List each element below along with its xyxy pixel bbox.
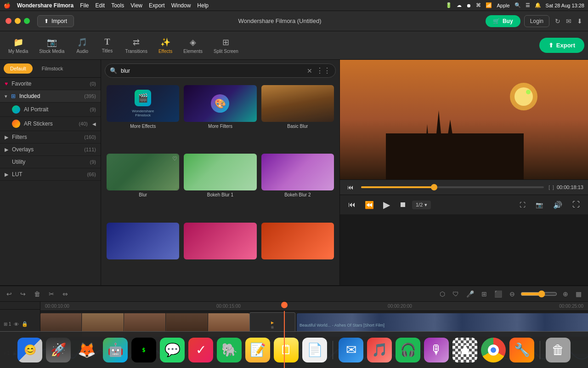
sidebar-item-favorite[interactable]: ♥ Favorite (0) [0, 78, 101, 90]
menu-window[interactable]: Window [171, 2, 191, 9]
plus-button[interactable]: ⊕ [561, 289, 570, 299]
import-button[interactable]: ⬆ Import [37, 15, 74, 27]
dock-whatsapp[interactable]: 💬 [160, 338, 185, 362]
dock-tasks[interactable]: ✓ [188, 338, 213, 362]
adjust-button[interactable]: ⇔ [61, 289, 70, 299]
minus-button[interactable]: ⊖ [508, 289, 517, 299]
dock-terminal[interactable]: $ [131, 338, 156, 362]
download-icon[interactable]: ⬇ [577, 17, 582, 25]
toolbar-transitions[interactable]: ⇄ Transitions [120, 34, 152, 57]
effect-misc-2[interactable] [182, 221, 258, 283]
dock-chrome[interactable] [481, 338, 506, 362]
menu-file[interactable]: File [80, 2, 89, 9]
menu-help[interactable]: Help [197, 2, 209, 9]
dock-stickies[interactable]: 🗒 [274, 338, 299, 362]
sidebar-item-included[interactable]: ▾ ⊞ Included (395) [0, 90, 101, 103]
sidebar-item-ai-portrait[interactable]: AI Portrait (9) [0, 103, 101, 117]
toolbar-elements[interactable]: ◈ Elements [179, 34, 207, 57]
sidebar-item-lut[interactable]: ▶ LUT (66) [0, 168, 101, 181]
dock-new-document[interactable]: 📄 [302, 338, 327, 362]
tab-filmstock[interactable]: Filmstock [35, 63, 69, 74]
dock-mail[interactable]: ✉ [339, 338, 363, 362]
login-button[interactable]: Login [524, 15, 549, 27]
progress-bar[interactable] [361, 186, 544, 188]
menubar-notification[interactable]: 🔔 [535, 2, 541, 8]
toolbar-my-media[interactable]: 📁 My Media [4, 34, 33, 57]
dock-toolbox[interactable]: 🔧 [509, 338, 534, 362]
effect-basic-blur[interactable]: Basic Blur [260, 83, 336, 151]
effect-misc-3[interactable] [260, 221, 336, 283]
dock-chess[interactable]: ♟ [452, 338, 477, 362]
effect-bokeh-blur-1[interactable]: Bokeh Blur 1 [182, 152, 258, 219]
minimize-button[interactable] [15, 18, 21, 24]
menu-view[interactable]: View [130, 2, 142, 9]
grid-view-button[interactable]: ▦ [574, 289, 583, 299]
refresh-icon[interactable]: ↻ [555, 17, 560, 25]
search-input[interactable] [121, 68, 303, 74]
search-clear-icon[interactable]: ✕ [307, 67, 312, 75]
timeline-playhead[interactable] [284, 311, 285, 368]
menu-export[interactable]: Export [149, 2, 165, 9]
dock-firefox[interactable]: 🦊 [74, 338, 99, 362]
sidebar-item-utility[interactable]: Utility (9) [0, 156, 101, 168]
menubar-controlcenter[interactable]: ☰ [526, 2, 530, 8]
cut-button[interactable]: ✂ [47, 289, 56, 299]
settings-button[interactable]: ⛶ [569, 199, 583, 210]
menubar-search[interactable]: 🔍 [514, 2, 521, 8]
dock-finder[interactable]: 😊 [17, 338, 42, 362]
dock-launchpad[interactable]: 🚀 [46, 338, 71, 362]
redo-button[interactable]: ↪ [18, 289, 28, 299]
effect-misc-1[interactable] [105, 221, 181, 283]
toolbar-effects[interactable]: ✨ Effects [154, 34, 177, 57]
dock-music[interactable]: 🎵 [367, 338, 392, 362]
dock-evernote[interactable]: 🐘 [217, 338, 242, 362]
search-options-icon[interactable]: ⋮⋮ [316, 66, 331, 75]
export-button[interactable]: ⬆ Export [539, 38, 584, 53]
tab-default[interactable]: Default [4, 63, 33, 74]
snap-button[interactable]: ⊞ [480, 289, 489, 299]
sidebar-item-ar-stickers[interactable]: AR Stickers (40) ◀ [0, 117, 101, 131]
sidebar-item-overlays[interactable]: ▶ Overlays (111) [0, 144, 101, 156]
menu-tools[interactable]: Tools [111, 2, 124, 9]
effect-bokeh-blur-2[interactable]: Bokeh Blur 2 [260, 152, 336, 219]
zoom-slider[interactable] [520, 290, 557, 298]
dock-spotify[interactable]: 🎧 [396, 338, 420, 362]
shield-button[interactable]: 🛡 [451, 289, 461, 299]
dock-android-studio[interactable]: 🤖 [103, 338, 128, 362]
buy-button[interactable]: 🛒 Buy [486, 15, 520, 27]
fullscreen-button[interactable]: ⛶ [516, 200, 529, 210]
dock-podcasts[interactable]: 🎙 [424, 338, 449, 362]
effect-more-effects[interactable]: 🎬 WondershareFilmstock More Effects [105, 83, 181, 151]
effect-more-filters[interactable]: 🎨 More Filters [182, 83, 258, 151]
clone-button[interactable]: ⬛ [492, 289, 504, 299]
play-button[interactable]: ▶ [379, 198, 394, 212]
maximize-button[interactable] [24, 18, 30, 24]
toolbar-split-screen[interactable]: ⊞ Split Screen [209, 34, 243, 57]
bracket-end[interactable]: ] [553, 185, 554, 190]
dock-notes[interactable]: 📝 [245, 338, 270, 362]
volume-button[interactable]: 🔊 [549, 199, 566, 211]
skip-back-button[interactable]: ⏮ [345, 199, 359, 210]
blur-favorite-icon[interactable]: ♡ [172, 155, 177, 162]
undo-button[interactable]: ↩ [5, 289, 14, 299]
close-button[interactable] [6, 18, 11, 24]
bracket-start[interactable]: [ [548, 185, 550, 190]
toolbar-stock-media[interactable]: 📷 Stock Media [34, 34, 69, 57]
sidebar-item-filters[interactable]: ▶ Filters (160) [0, 131, 101, 144]
toolbar-titles[interactable]: T Titles [96, 34, 119, 56]
effect-blur[interactable]: ♡ Blur [105, 152, 181, 219]
prev-frame-button[interactable]: ⏮ [345, 183, 356, 192]
mic-button[interactable]: 🎤 [464, 289, 476, 299]
stop-button[interactable]: ⏹ [396, 199, 410, 210]
apple-menu[interactable]: 🍎 [4, 2, 11, 9]
render-button[interactable]: ⬡ [438, 289, 447, 299]
progress-thumb[interactable] [431, 184, 437, 190]
video-eye-icon[interactable]: 👁 [14, 322, 19, 327]
video-lock-icon[interactable]: 🔒 [22, 321, 28, 327]
toolbar-audio[interactable]: 🎵 Audio [71, 34, 94, 57]
dock-trash[interactable]: 🗑 [546, 338, 571, 362]
message-icon[interactable]: ✉ [566, 17, 571, 25]
menu-edit[interactable]: Edit [95, 2, 105, 9]
page-dropdown-icon[interactable]: ▾ [424, 202, 427, 208]
step-back-button[interactable]: ⏪ [361, 199, 378, 211]
